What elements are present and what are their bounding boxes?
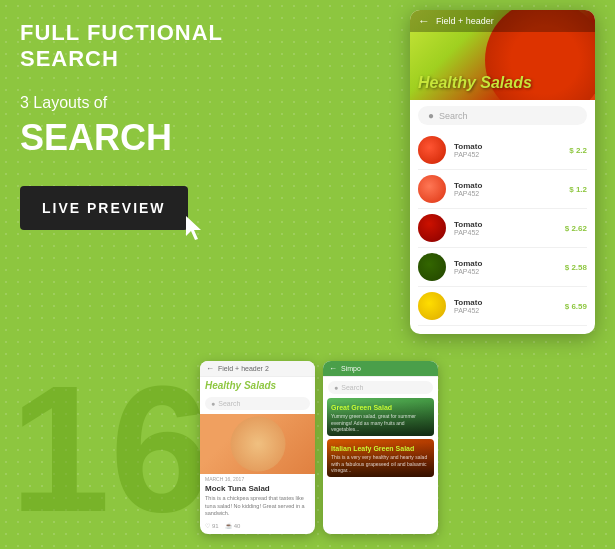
grid-card-overlay-1: Great Green Salad Yummy green salad, gre…	[327, 401, 434, 436]
small-search-bar2[interactable]: ● Search	[328, 381, 433, 394]
small-search-placeholder2: Search	[341, 384, 363, 391]
item-code: PAP452	[454, 229, 565, 236]
card-date: MARCH 16, 2017	[200, 474, 315, 484]
search-icon: ●	[428, 110, 434, 121]
item-info: Tomato PAP452	[454, 181, 569, 197]
item-price: $ 2.58	[565, 263, 587, 272]
card-title: Mock Tuna Salad	[200, 484, 315, 495]
grid-card-image-2: Italian Leafy Green Salad This is a very…	[327, 439, 434, 477]
item-name: Tomato	[454, 181, 569, 190]
list-item: Tomato PAP452 $ 2.2	[418, 131, 587, 170]
main-content: 16 FULL FUCTIONAL SEARCH 3 Layouts of SE…	[0, 0, 615, 549]
phone-header-title: Healthy Salads	[418, 74, 532, 92]
left-panel: FULL FUCTIONAL SEARCH 3 Layouts of SEARC…	[20, 20, 240, 230]
item-price: $ 6.59	[565, 302, 587, 311]
cursor-icon	[184, 214, 206, 242]
item-info: Tomato PAP452	[454, 259, 565, 275]
phone-header-image: ← Field + header Healthy Salads	[410, 10, 595, 100]
live-preview-text: LIVE PREVIEW	[42, 200, 166, 216]
grid-card-2: Italian Leafy Green Salad This is a very…	[327, 439, 434, 477]
small-phone-nav: ← Field + header 2	[200, 361, 315, 377]
item-info: Tomato PAP452	[454, 142, 569, 158]
small-back-arrow2: ←	[329, 364, 337, 373]
item-code: PAP452	[454, 307, 565, 314]
back-arrow-icon: ←	[418, 14, 430, 28]
search-placeholder-text: Search	[439, 111, 468, 121]
item-image	[418, 175, 446, 203]
item-name: Tomato	[454, 220, 565, 229]
comment-icon: ☕	[225, 522, 232, 529]
phone-nav-title: Field + header	[436, 16, 494, 26]
small-phone2-nav: ← Simpo	[323, 361, 438, 377]
list-item: Tomato PAP452 $ 6.59	[418, 287, 587, 326]
heart-icon: ♡	[205, 522, 210, 529]
grid-card-1: Great Green Salad Yummy green salad, gre…	[327, 398, 434, 436]
item-code: PAP452	[454, 151, 569, 158]
likes-count: 91	[212, 523, 219, 529]
item-image	[418, 136, 446, 164]
small-header-title: Healthy Salads	[200, 377, 315, 393]
item-price: $ 2.62	[565, 224, 587, 233]
comments-count: 40	[234, 523, 241, 529]
phone-small-1: ← Field + header 2 Healthy Salads ● Sear…	[200, 361, 315, 534]
layouts-label: 3 Layouts of	[20, 93, 240, 114]
item-image	[418, 292, 446, 320]
card-footer: ♡ 91 ☕ 40	[200, 522, 315, 534]
search-icon2: ●	[334, 384, 338, 391]
item-info: Tomato PAP452	[454, 220, 565, 236]
phone-small-2: ← Simpo ● Search Great Green Salad Yummy…	[323, 361, 438, 534]
list-item: Tomato PAP452 $ 2.58	[418, 248, 587, 287]
phones-small-row: ← Field + header 2 Healthy Salads ● Sear…	[200, 361, 438, 534]
grid-card-overlay-2: Italian Leafy Green Salad This is a very…	[327, 442, 434, 477]
small-nav-title: Field + header 2	[218, 365, 269, 372]
item-name: Tomato	[454, 259, 565, 268]
list-item: Tomato PAP452 $ 1.2	[418, 170, 587, 209]
grid-card-title-2: Italian Leafy Green Salad	[331, 445, 430, 453]
phone-nav-bar: ← Field + header	[410, 10, 595, 32]
item-image	[418, 253, 446, 281]
phone-large-mockup: ← Field + header Healthy Salads ● Search…	[410, 10, 595, 334]
item-code: PAP452	[454, 268, 565, 275]
small-back-arrow: ←	[206, 364, 214, 373]
card-description: This is a chickpea spread that tastes li…	[200, 495, 315, 522]
small-search-placeholder: Search	[218, 400, 240, 407]
item-price: $ 1.2	[569, 185, 587, 194]
watermark-number: 16	[10, 359, 210, 539]
small-search-bar[interactable]: ● Search	[205, 397, 310, 410]
card-comments: ☕ 40	[225, 522, 241, 529]
grid-card-desc-1: Yummy green salad, great for summer even…	[331, 413, 430, 433]
grid-card-desc-2: This is a very very healthy and hearty s…	[331, 454, 430, 474]
small-nav-title2: Simpo	[341, 365, 361, 372]
live-preview-button[interactable]: LIVE PREVIEW	[20, 186, 188, 230]
card-image-area	[200, 414, 315, 474]
item-name: Tomato	[454, 142, 569, 151]
item-image	[418, 214, 446, 242]
phone-search-bar[interactable]: ● Search	[418, 106, 587, 125]
item-info: Tomato PAP452	[454, 298, 565, 314]
card-likes: ♡ 91	[205, 522, 219, 529]
item-name: Tomato	[454, 298, 565, 307]
search-label: SEARCH	[20, 120, 240, 156]
grid-card-image-1: Great Green Salad Yummy green salad, gre…	[327, 398, 434, 436]
grid-card-title-1: Great Green Salad	[331, 404, 430, 412]
main-title: FULL FUCTIONAL SEARCH	[20, 20, 240, 73]
item-price: $ 2.2	[569, 146, 587, 155]
list-item: Tomato PAP452 $ 2.62	[418, 209, 587, 248]
phone-list: Tomato PAP452 $ 2.2 Tomato PAP452 $ 1.2 …	[410, 131, 595, 334]
item-code: PAP452	[454, 190, 569, 197]
search-icon: ●	[211, 400, 215, 407]
